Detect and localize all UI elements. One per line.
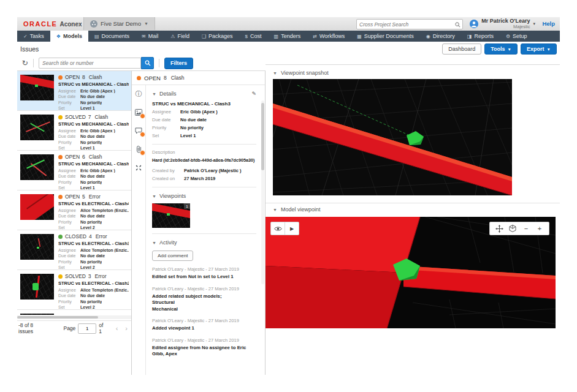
visibility-eye-icon[interactable] xyxy=(271,222,285,235)
tab-tasks[interactable]: ✓ Tasks xyxy=(17,31,50,42)
expand-toolbar-icon[interactable]: ▶ xyxy=(285,222,299,235)
assignee-label: Assignee xyxy=(58,248,80,252)
zoom-out-icon[interactable]: − xyxy=(519,222,533,235)
issue-list-item[interactable]: OPEN 6 Clash STRUC vs MECHANICAL - Clash… xyxy=(17,151,131,190)
page-number-input[interactable] xyxy=(78,323,96,334)
tab-mail[interactable]: ✉ Mail xyxy=(136,31,164,42)
zoom-in-icon[interactable]: + xyxy=(533,222,546,235)
activity-section-header[interactable]: ▼ Activity xyxy=(152,239,256,246)
notification-badge xyxy=(140,113,145,119)
set-value: Level 1 xyxy=(80,106,95,110)
issue-list-item[interactable]: SOLVED 3 Error STRUC vs ELECTRICAL - Cla… xyxy=(17,270,131,310)
assignee-value: Eric Gibb (Apex ) xyxy=(180,109,218,115)
model-viewpoint-header[interactable]: ▼ Model viewpoint xyxy=(266,203,560,216)
comments-icon[interactable] xyxy=(135,127,143,135)
due-date-value: No due date xyxy=(80,293,105,298)
tab-label: Tenders xyxy=(281,33,300,39)
viewer-panel: ▼ Viewpoint snapshot xyxy=(266,64,560,375)
prev-page-icon[interactable]: ‹ xyxy=(116,325,118,332)
tab-setup[interactable]: ⚙ Setup xyxy=(500,31,533,42)
tab-field[interactable]: ⚠ Field xyxy=(164,31,196,42)
search-icon[interactable] xyxy=(455,19,460,30)
status-dot xyxy=(58,115,63,119)
attachments-icon[interactable] xyxy=(135,145,143,153)
cross-project-search-input[interactable] xyxy=(357,21,455,28)
issue-title: STRUC vs MECHANICAL - Clash3 xyxy=(58,81,129,87)
help-link[interactable]: Help xyxy=(542,20,555,27)
tab-supplier-documents[interactable]: ▦ Supplier Documents xyxy=(351,31,420,42)
filters-button[interactable]: Filters xyxy=(164,58,193,69)
refresh-icon[interactable]: ↺ xyxy=(22,59,28,67)
model-viewpoint-viewer[interactable]: ▶ − + xyxy=(266,217,556,328)
issue-list-item[interactable]: OPEN 5 Error STRUC vs ELECTRICAL - Clash… xyxy=(17,190,131,230)
assignee-label: Assignee xyxy=(58,288,80,292)
tab-directory[interactable]: ◉ Directory xyxy=(420,31,461,42)
aconex-wordmark: Aconex xyxy=(59,21,82,28)
project-selector[interactable]: Five Star Demo ▼ xyxy=(83,17,155,30)
viewpoints-icon[interactable] xyxy=(135,108,143,116)
set-label: Set xyxy=(58,265,80,270)
issue-list-item[interactable]: Assignee Due date Priority Set xyxy=(17,310,131,315)
module-icon: ⚙ xyxy=(506,34,510,39)
viewpoint-count-badge: 1 xyxy=(184,203,190,209)
module-icon: ▥ xyxy=(274,34,279,39)
scrollbar-thumb[interactable] xyxy=(261,103,264,170)
add-comment-button[interactable]: Add comment xyxy=(152,251,193,261)
priority-label: Priority xyxy=(58,180,80,184)
tab-reports[interactable]: ◨ Reports xyxy=(461,31,500,42)
scrollbar-thumb[interactable] xyxy=(17,316,98,318)
cross-project-search[interactable] xyxy=(356,19,463,29)
issue-thumbnail xyxy=(20,234,54,260)
tab-label: Supplier Documents xyxy=(364,33,414,39)
horizontal-scrollbar[interactable] xyxy=(17,315,131,319)
next-page-icon[interactable]: › xyxy=(125,325,128,332)
priority-label: Priority xyxy=(58,140,80,145)
tab-models[interactable]: ❖ Models xyxy=(50,31,88,42)
markup-icon[interactable] xyxy=(135,164,143,172)
priority-value: No priority xyxy=(80,180,102,184)
tab-label: Tasks xyxy=(30,33,44,39)
orbit-cube-icon[interactable] xyxy=(506,222,519,235)
tab-workflows[interactable]: ⇄ Workflows xyxy=(307,31,351,42)
issue-list-item[interactable]: OPEN 8 Clash STRUC vs MECHANICAL - Clash… xyxy=(17,71,131,111)
page-title: Issues xyxy=(20,45,39,53)
created-by-value: Patrick O'Leary (Majestic ) xyxy=(184,168,242,173)
user-name-block: Mr Patrick O'Leary Majestic xyxy=(481,18,530,29)
pan-icon[interactable] xyxy=(492,222,506,235)
issue-search[interactable] xyxy=(39,58,141,69)
tab-documents[interactable]: ▤ Documents xyxy=(88,31,136,42)
priority-value: No priority xyxy=(80,140,102,145)
tab-cost[interactable]: $ Cost xyxy=(239,31,268,42)
module-icon: ◨ xyxy=(467,34,472,39)
issue-search-input[interactable] xyxy=(39,60,140,66)
priority-label: Priority xyxy=(152,125,180,130)
due-date-value: No due date xyxy=(80,254,105,258)
edit-pencil-icon[interactable]: ✎ xyxy=(251,91,256,97)
user-menu[interactable]: Mr Patrick O'Leary Majestic ▾ xyxy=(470,18,535,30)
tab-label: Packages xyxy=(208,33,233,39)
viewpoints-section-header[interactable]: ▼ Viewpoints xyxy=(152,193,256,199)
page-total: of 1 xyxy=(99,322,107,334)
notification-badge xyxy=(140,150,145,156)
vertical-scrollbar[interactable] xyxy=(261,100,264,284)
viewpoint-snapshot-header[interactable]: ▼ Viewpoint snapshot xyxy=(266,67,560,79)
tab-tenders[interactable]: ▥ Tenders xyxy=(268,31,307,42)
issue-type: Error xyxy=(89,194,101,200)
tab-packages[interactable]: ❑ Packages xyxy=(196,31,239,42)
search-button[interactable] xyxy=(141,57,154,69)
activity-text: Edited assignee from No assignee to Eric… xyxy=(152,345,256,358)
info-icon[interactable]: ⓘ xyxy=(135,90,143,98)
export-button[interactable]: Export▼ xyxy=(521,43,557,55)
issue-number: 5 xyxy=(82,194,85,200)
issue-title: STRUC vs ELECTRICAL - Clash3 xyxy=(58,241,129,246)
details-section-header[interactable]: ▼ Details ✎ xyxy=(152,91,256,97)
viewpoint-thumbnail[interactable]: 1 xyxy=(152,203,190,228)
created-on-label: Created on xyxy=(152,176,184,181)
chevron-down-icon: ▼ xyxy=(508,47,511,51)
aconex-app-window: ORACLE Aconex Five Star Demo ▼ Mr Patric… xyxy=(17,17,560,375)
tools-button[interactable]: Tools▼ xyxy=(484,43,518,55)
issue-list-item[interactable]: CLOSED 4 Error STRUC vs ELECTRICAL - Cla… xyxy=(17,230,131,270)
dashboard-button[interactable]: Dashboard xyxy=(442,43,481,55)
set-value: Level 2 xyxy=(80,305,95,309)
issue-list-item[interactable]: SOLVED 7 Clash STRUC vs MECHANICAL - Cla… xyxy=(17,111,131,151)
